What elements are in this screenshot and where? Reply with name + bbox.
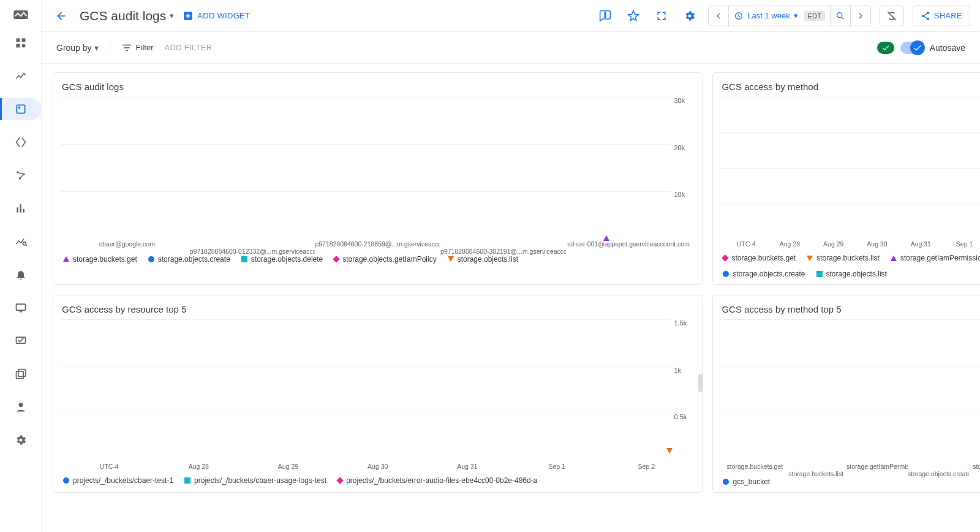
dashboard-title: GCS audit logs — [80, 9, 166, 23]
group-by-dropdown[interactable]: Group by ▾ — [56, 43, 99, 53]
filter-button[interactable]: Filter — [121, 42, 154, 53]
timezone-chip: EDT — [804, 11, 825, 21]
legend-item[interactable]: storage.getIamPermissions — [891, 254, 980, 262]
svg-point-23 — [927, 12, 929, 14]
top-toolbar: GCS audit logs ▾ ADD WIDGET Last 1 week … — [42, 0, 980, 32]
svg-point-19 — [18, 403, 23, 407]
chart-plot[interactable] — [720, 97, 980, 238]
nav-synthetic[interactable] — [10, 330, 32, 352]
legend-item[interactable]: storage.buckets.get — [723, 254, 796, 262]
y-axis: 30k20k10k — [670, 97, 695, 238]
svg-rect-15 — [19, 311, 22, 313]
nav-dashboards[interactable] — [0, 98, 42, 120]
dashboard-scroll[interactable]: GCS audit logs 30k20k10k cbaer@google.co… — [42, 64, 980, 532]
star-icon[interactable] — [624, 6, 643, 26]
nav-groups[interactable] — [10, 363, 32, 385]
legend-item[interactable]: storage.objects.getIamPolicy — [334, 255, 436, 264]
nav-slos[interactable] — [10, 164, 32, 186]
y-axis: 1.5k1k0.5k — [670, 319, 695, 460]
autosave-toggle[interactable] — [900, 42, 924, 54]
legend-item[interactable]: projects/_/buckets/cbaer-test-1 — [63, 476, 173, 485]
auto-refresh-off-icon[interactable] — [880, 6, 904, 26]
legend-item[interactable]: projects/_/buckets/error-audio-files-ebe… — [337, 476, 537, 485]
legend-item[interactable]: projects/_/buckets/cbaer-usage-logs-test — [184, 476, 326, 485]
legend-item[interactable]: gcs_bucket — [723, 477, 770, 486]
fullscreen-icon[interactable] — [652, 6, 671, 26]
share-button[interactable]: SHARE — [913, 6, 970, 26]
time-prev-button[interactable] — [709, 6, 728, 26]
add-widget-label: ADD WIDGET — [197, 11, 250, 20]
legend: storage.buckets.getstorage.objects.creat… — [61, 250, 695, 264]
nav-overview[interactable] — [10, 32, 32, 54]
legend-item[interactable]: storage.objects.list — [816, 270, 887, 278]
nav-bars[interactable] — [10, 197, 32, 219]
time-zoom-button[interactable] — [830, 6, 850, 26]
card-title: GCS access by method top 5 — [722, 304, 980, 314]
dashboard-title-dropdown[interactable]: GCS audit logs ▾ — [80, 9, 174, 23]
annotation-icon[interactable] — [595, 6, 615, 26]
time-picker: Last 1 week ▾ EDT — [708, 6, 870, 26]
card-title: GCS access by method — [722, 82, 980, 92]
nav-user[interactable] — [10, 396, 32, 418]
nav-services[interactable] — [10, 131, 32, 153]
svg-rect-2 — [21, 39, 25, 42]
svg-rect-10 — [17, 207, 18, 212]
svg-rect-3 — [16, 44, 20, 48]
x-axis: UTC-4Aug 28Aug 29Aug 30Aug 31Sep 1Sep 2 — [61, 460, 695, 471]
monitoring-logo-icon — [12, 9, 29, 21]
svg-point-4 — [21, 44, 25, 48]
legend-item[interactable]: storage.objects.create — [723, 270, 805, 278]
time-next-button[interactable] — [850, 6, 870, 26]
filter-label: Filter — [136, 43, 154, 52]
gear-icon[interactable] — [680, 6, 699, 26]
svg-point-25 — [927, 17, 929, 20]
time-range-button[interactable]: Last 1 week ▾ EDT — [728, 6, 829, 26]
filter-toolbar: Group by ▾ Filter ADD FILTER Autosave — [42, 32, 980, 64]
svg-rect-17 — [18, 370, 25, 377]
back-arrow-icon[interactable] — [51, 6, 71, 26]
card-title: GCS audit logs — [62, 82, 695, 92]
x-axis: storage.buckets.getstorage.buckets.lists… — [720, 460, 980, 473]
group-by-label: Group by — [56, 43, 92, 53]
card-title: GCS access by resource top 5 — [62, 304, 695, 314]
svg-rect-12 — [23, 209, 24, 213]
svg-point-22 — [837, 12, 842, 17]
chart-plot[interactable] — [720, 319, 980, 460]
svg-point-24 — [922, 15, 924, 17]
add-widget-button[interactable]: ADD WIDGET — [183, 10, 250, 21]
legend-item[interactable]: storage.objects.create — [148, 255, 230, 264]
svg-rect-5 — [17, 105, 24, 113]
divider — [110, 41, 110, 55]
share-label: SHARE — [934, 11, 962, 20]
card-gcs-access-by-method-top5: GCS access by method top 5 30k20k10k sto… — [712, 295, 980, 493]
legend: projects/_/buckets/cbaer-test-1projects/… — [61, 471, 695, 485]
svg-rect-14 — [16, 304, 25, 310]
legend: storage.buckets.getstorage.buckets.lists… — [720, 249, 980, 278]
chart-plot[interactable] — [61, 319, 670, 460]
card-gcs-access-by-method: GCS access by method 2k1.5k1k0.5k UTC-4A… — [712, 72, 980, 285]
nav-uptime[interactable] — [10, 297, 32, 319]
legend-item[interactable]: storage.buckets.list — [807, 254, 880, 262]
overflow-marker-icon — [666, 454, 673, 463]
legend-item[interactable]: storage.objects.delete — [241, 255, 323, 264]
card-gcs-access-by-resource-top5: GCS access by resource top 5 1.5k1k0.5k … — [53, 295, 703, 493]
left-nav-rail — [0, 0, 42, 532]
nav-alerting[interactable] — [10, 264, 32, 286]
x-axis: cbaer@google.comp971828084600-012332@...… — [61, 238, 695, 250]
legend-item[interactable]: storage.buckets.get — [63, 255, 137, 264]
card-gcs-audit-logs: GCS audit logs 30k20k10k cbaer@google.co… — [53, 72, 703, 285]
svg-rect-18 — [16, 371, 23, 379]
save-status-ok-icon — [877, 42, 894, 54]
time-range-label: Last 1 week — [747, 11, 790, 20]
autosave-label: Autosave — [930, 43, 965, 53]
chart-plot[interactable] — [61, 97, 670, 238]
nav-metrics[interactable] — [10, 65, 32, 87]
scrollbar-thumb[interactable] — [698, 374, 703, 392]
legend-item[interactable]: storage.objects.list — [448, 255, 518, 264]
svg-rect-1 — [16, 39, 20, 42]
nav-explorer[interactable] — [10, 230, 32, 253]
chevron-down-icon: ▾ — [170, 11, 174, 20]
add-filter-button[interactable]: ADD FILTER — [164, 43, 212, 52]
nav-settings[interactable] — [10, 429, 32, 451]
svg-rect-6 — [18, 107, 20, 108]
